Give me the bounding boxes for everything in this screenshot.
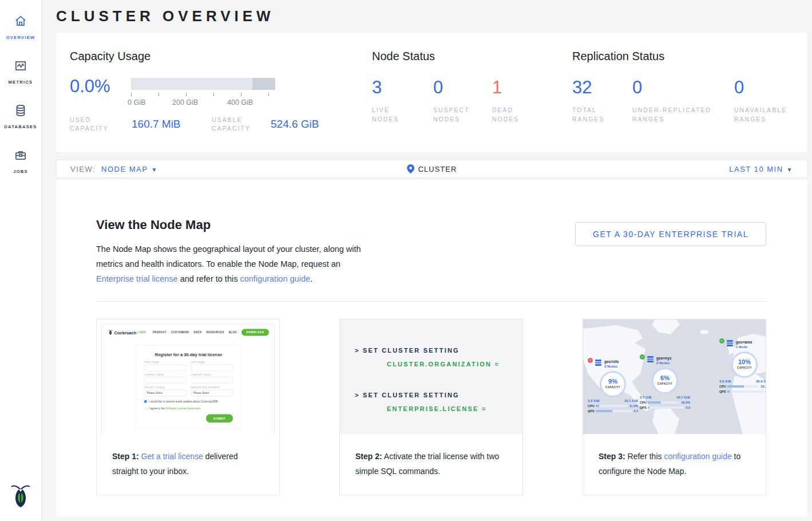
tick-label: 0 GiB: [128, 98, 145, 106]
warning-badge-icon: !: [588, 358, 593, 363]
main-content: CLUSTER OVERVIEW Capacity Usage 0.0% 0 G…: [42, 0, 812, 516]
replication-status-title: Replication Status: [572, 50, 807, 63]
briefcase-icon: [13, 148, 28, 165]
sidebar: OVERVIEW METRICS DATABASES JOBS: [0, 0, 42, 521]
capacity-gauge: 9%CAPACITY: [600, 371, 626, 397]
sidebar-item-metrics[interactable]: METRICS: [0, 55, 41, 89]
step-2-card: > SET CLUSTER SETTING CLUSTER.ORGANIZATI…: [339, 319, 523, 495]
step-1-screenshot: Cockroach LABS PRODUCT CUSTOMERS DOCS RE…: [97, 319, 279, 434]
used-capacity-value: 160.7 MiB: [132, 118, 212, 131]
sidebar-item-label: JOBS: [13, 169, 28, 174]
node-map-title: View the Node Map: [96, 218, 365, 232]
step-1-card: Cockroach LABS PRODUCT CUSTOMERS DOCS RE…: [96, 319, 280, 495]
map-pin-icon: [407, 164, 414, 173]
capacity-gauge: 10%CAPACITY: [731, 352, 758, 378]
node-map-panel: View the Node Map The Node Map shows the…: [56, 180, 807, 516]
capacity-usage-section: Capacity Usage 0.0% 0 GiB 200 GiB 400 Gi…: [70, 44, 372, 152]
capacity-gauge-dark-segment: [252, 78, 275, 90]
page-title: CLUSTER OVERVIEW: [56, 0, 807, 33]
mini-register-form: Register for a 30-day trial license FIRS…: [136, 345, 241, 429]
database-icon: [13, 103, 28, 120]
node-stack-icon: [727, 340, 734, 347]
capacity-percent: 0.0%: [70, 77, 131, 108]
view-bar: VIEW: NODE MAP▼ CLUSTER LAST 10 MIN▼: [56, 160, 807, 178]
capacity-usage-title: Capacity Usage: [70, 50, 372, 63]
get-trial-license-link[interactable]: Get a trial license: [141, 452, 203, 461]
sidebar-item-label: DATABASES: [4, 124, 37, 129]
dead-nodes-stat: 1 DEADNODES: [492, 78, 519, 124]
tick-label: 400 GiB: [227, 98, 253, 106]
capacity-gauge-bar: [131, 78, 275, 90]
check-badge-icon: ✓: [719, 338, 724, 344]
node-map-description: The Node Map shows the geographical layo…: [96, 242, 365, 286]
mini-cockroach-bug-icon: [108, 330, 113, 336]
node-status-title: Node Status: [372, 50, 572, 63]
capacity-gauge-labels: 0 GiB 200 GiB 400 GiB: [131, 98, 275, 108]
metrics-chart-icon: [13, 58, 28, 76]
mini-nav-item: RESOURCES: [207, 331, 224, 334]
step-1-caption: Step 1: Get a trial license delivered st…: [97, 434, 279, 479]
step-2-code-sample: > SET CLUSTER SETTING CLUSTER.ORGANIZATI…: [340, 319, 522, 434]
step-3-caption: Step 3: Refer this configuration guide t…: [583, 434, 766, 479]
capacity-gauge: 6%CAPACITY: [652, 368, 678, 394]
sidebar-item-label: OVERVIEW: [6, 35, 35, 40]
view-label: VIEW:: [70, 165, 96, 173]
sidebar-item-databases[interactable]: DATABASES: [0, 100, 41, 134]
used-capacity-label: USEDCAPACITY: [70, 116, 132, 133]
mini-nav-item: BLOG: [229, 331, 237, 334]
map-node-nyc: ✓ geo=nyc2 Nodes 6%CAPACITY 3.7 GiB43.7 …: [640, 356, 690, 409]
capacity-gauge-ticks: [131, 93, 275, 97]
sidebar-item-jobs[interactable]: JOBS: [0, 144, 41, 179]
home-icon: [13, 14, 28, 31]
view-selector-dropdown[interactable]: NODE MAP▼: [101, 165, 158, 173]
unavailable-ranges-stat: 0 UNAVAILABLERANGES: [734, 78, 787, 124]
mini-cockroach-brand: Cockroach LABS: [108, 330, 146, 336]
configuration-guide-link[interactable]: configuration guide: [240, 274, 310, 283]
node-status-section: Node Status 3 LIVENODES 0 SUSPECTNODES 1…: [372, 44, 572, 152]
sidebar-item-label: METRICS: [9, 80, 33, 85]
step-3-node-map-preview: ! geo=sfo2 Nodes 9%CAPACITY 3.2 GiB33.1 …: [583, 319, 766, 434]
sidebar-item-overview[interactable]: OVERVIEW: [0, 10, 41, 45]
suspect-nodes-stat: 0 SUSPECTNODES: [433, 78, 492, 124]
usable-capacity-value: 524.6 GiB: [271, 118, 319, 131]
step-2-caption: Step 2: Activate the trial license with …: [340, 434, 522, 479]
map-node-sfo: ! geo=sfo2 Nodes 9%CAPACITY 3.2 GiB33.1 …: [588, 360, 638, 413]
mini-download-button: DOWNLOAD: [241, 329, 269, 336]
configuration-guide-link[interactable]: configuration guide: [664, 452, 731, 461]
mini-nav-item: DOCS: [193, 331, 201, 334]
node-stack-icon: [595, 360, 602, 366]
live-nodes-stat: 3 LIVENODES: [372, 78, 433, 124]
enterprise-trial-license-link[interactable]: Enterprise trial license: [96, 274, 178, 283]
chevron-down-icon: ▼: [151, 167, 157, 173]
under-replicated-ranges-stat: 0 UNDER-REPLICATEDRANGES: [632, 78, 734, 124]
chevron-down-icon: ▼: [787, 167, 793, 173]
step-3-card: ! geo=sfo2 Nodes 9%CAPACITY 3.2 GiB33.1 …: [583, 319, 766, 495]
capacity-gauge: 0 GiB 200 GiB 400 GiB: [131, 78, 275, 108]
cluster-summary-panel: Capacity Usage 0.0% 0 GiB 200 GiB 400 Gi…: [56, 33, 807, 152]
usable-capacity-label: USABLECAPACITY: [212, 116, 271, 133]
total-ranges-stat: 32 TOTALRANGES: [572, 78, 632, 124]
check-badge-icon: ✓: [640, 354, 645, 360]
breadcrumb-cluster[interactable]: CLUSTER: [407, 164, 457, 173]
replication-status-section: Replication Status 32 TOTALRANGES 0 UNDE…: [572, 44, 807, 152]
cockroachdb-logo: [10, 483, 31, 512]
time-range-dropdown[interactable]: LAST 10 MIN▼: [729, 165, 793, 173]
enterprise-trial-button[interactable]: GET A 30-DAY ENTERPRISE TRIAL: [575, 222, 766, 246]
divider: [96, 301, 766, 302]
mini-nav-item: CUSTOMERS: [171, 331, 189, 334]
tick-label: 200 GiB: [172, 98, 198, 106]
node-stack-icon: [647, 356, 654, 363]
mini-nav-item: PRODUCT: [153, 331, 167, 334]
mini-submit-button: SUBMIT: [206, 415, 233, 423]
map-node-ams: ✓ geo=ams1 Node 10%CAPACITY 3.6 GiB36.6 …: [719, 340, 766, 393]
